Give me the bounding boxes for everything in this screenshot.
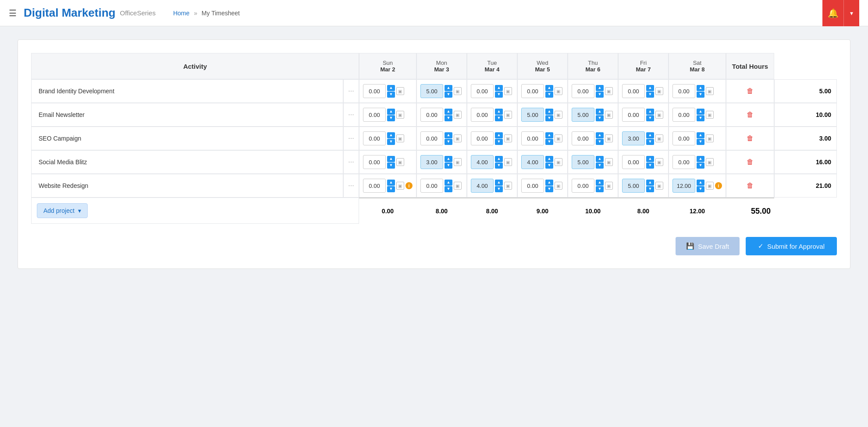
wed-spin-up[interactable]: ▲: [545, 132, 553, 138]
sun-input[interactable]: [363, 84, 386, 98]
tue-spin-down[interactable]: ▼: [495, 139, 503, 145]
fri-input[interactable]: [622, 179, 645, 193]
sat-note-icon[interactable]: ▣: [706, 111, 714, 119]
mon-spin-down[interactable]: ▼: [445, 186, 452, 192]
sun-spin-up[interactable]: ▲: [387, 180, 395, 186]
wed-input[interactable]: [521, 108, 544, 122]
thu-note-icon[interactable]: ▣: [605, 111, 613, 119]
thu-note-icon[interactable]: ▣: [605, 87, 613, 95]
tue-note-icon[interactable]: ▣: [504, 87, 512, 95]
sun-note-icon[interactable]: ▣: [396, 182, 404, 190]
tue-spin-up[interactable]: ▲: [495, 109, 503, 115]
mon-note-icon[interactable]: ▣: [454, 111, 462, 119]
wed-spin-up[interactable]: ▲: [545, 85, 553, 91]
delete-icon[interactable]: 🗑: [747, 182, 754, 189]
nav-home-link[interactable]: Home: [173, 10, 189, 17]
fri-spin-up[interactable]: ▲: [646, 180, 654, 186]
mon-note-icon[interactable]: ▣: [454, 182, 462, 190]
fri-note-icon[interactable]: ▣: [655, 182, 663, 190]
bell-button[interactable]: 🔔: [822, 0, 843, 26]
mon-note-icon[interactable]: ▣: [454, 87, 462, 95]
thu-spin-down[interactable]: ▼: [596, 139, 604, 145]
fri-spin-down[interactable]: ▼: [646, 139, 654, 145]
tue-spin-down[interactable]: ▼: [495, 115, 503, 121]
wed-spin-up[interactable]: ▲: [545, 109, 553, 115]
sun-input[interactable]: [363, 155, 386, 169]
mon-spin-up[interactable]: ▲: [445, 85, 452, 91]
sun-spin-up[interactable]: ▲: [387, 109, 395, 115]
sun-spin-down[interactable]: ▼: [387, 139, 395, 145]
sat-note-icon[interactable]: ▣: [706, 158, 714, 166]
thu-spin-up[interactable]: ▲: [596, 132, 604, 138]
tue-input[interactable]: [471, 131, 494, 145]
sat-spin-down[interactable]: ▼: [697, 92, 704, 98]
mon-spin-up[interactable]: ▲: [445, 156, 452, 162]
sun-note-icon[interactable]: ▣: [396, 111, 404, 119]
row-menu[interactable]: ···: [343, 150, 359, 174]
mon-input[interactable]: [420, 84, 443, 98]
fri-input[interactable]: [622, 131, 645, 145]
tue-spin-down[interactable]: ▼: [495, 92, 503, 98]
sun-spin-down[interactable]: ▼: [387, 92, 395, 98]
delete-icon[interactable]: 🗑: [747, 111, 754, 118]
sun-spin-up[interactable]: ▲: [387, 132, 395, 138]
fri-input[interactable]: [622, 108, 645, 122]
thu-spin-up[interactable]: ▲: [596, 180, 604, 186]
tue-spin-up[interactable]: ▲: [495, 180, 503, 186]
wed-spin-down[interactable]: ▼: [545, 139, 553, 145]
sat-input[interactable]: [672, 108, 695, 122]
fri-note-icon[interactable]: ▣: [655, 158, 663, 166]
add-project-button[interactable]: Add project ▾: [37, 203, 88, 218]
sat-spin-up[interactable]: ▲: [697, 156, 704, 162]
mon-note-icon[interactable]: ▣: [454, 158, 462, 166]
wed-spin-down[interactable]: ▼: [545, 115, 553, 121]
thu-input[interactable]: [572, 155, 594, 169]
wed-note-icon[interactable]: ▣: [555, 182, 562, 190]
wed-note-icon[interactable]: ▣: [555, 158, 562, 166]
sun-spin-down[interactable]: ▼: [387, 186, 395, 192]
sat-warning-icon[interactable]: i: [715, 182, 722, 189]
fri-spin-down[interactable]: ▼: [646, 115, 654, 121]
sat-spin-down[interactable]: ▼: [697, 139, 704, 145]
tue-input[interactable]: [471, 84, 494, 98]
delete-icon[interactable]: 🗑: [747, 158, 754, 166]
tue-spin-down[interactable]: ▼: [495, 162, 503, 169]
mon-input[interactable]: [420, 179, 443, 193]
sun-note-icon[interactable]: ▣: [396, 134, 404, 142]
row-menu[interactable]: ···: [343, 174, 359, 198]
mon-note-icon[interactable]: ▣: [454, 134, 462, 142]
sun-spin-up[interactable]: ▲: [387, 85, 395, 91]
mon-spin-up[interactable]: ▲: [445, 180, 452, 186]
fri-note-icon[interactable]: ▣: [655, 134, 663, 142]
sun-spin-up[interactable]: ▲: [387, 156, 395, 162]
sat-spin-up[interactable]: ▲: [697, 132, 704, 138]
thu-note-icon[interactable]: ▣: [605, 182, 613, 190]
mon-input[interactable]: [420, 131, 443, 145]
sat-spin-down[interactable]: ▼: [697, 115, 704, 121]
thu-input[interactable]: [572, 131, 594, 145]
wed-input[interactable]: [521, 131, 544, 145]
tue-input[interactable]: [471, 108, 494, 122]
delete-icon[interactable]: 🗑: [747, 134, 754, 142]
tue-input[interactable]: [471, 179, 494, 193]
row-menu[interactable]: ···: [343, 103, 359, 127]
fri-spin-up[interactable]: ▲: [646, 109, 654, 115]
mon-spin-down[interactable]: ▼: [445, 162, 452, 169]
thu-note-icon[interactable]: ▣: [605, 158, 613, 166]
thu-input[interactable]: [572, 108, 594, 122]
tue-spin-down[interactable]: ▼: [495, 186, 503, 192]
mon-spin-up[interactable]: ▲: [445, 109, 452, 115]
thu-spin-up[interactable]: ▲: [596, 156, 604, 162]
sun-input[interactable]: [363, 108, 386, 122]
thu-input[interactable]: [572, 179, 594, 193]
thu-spin-down[interactable]: ▼: [596, 186, 604, 192]
sat-note-icon[interactable]: ▣: [706, 134, 714, 142]
sun-input[interactable]: [363, 131, 386, 145]
wed-input[interactable]: [521, 155, 544, 169]
mon-input[interactable]: [420, 155, 443, 169]
fri-note-icon[interactable]: ▣: [655, 87, 663, 95]
wed-note-icon[interactable]: ▣: [555, 134, 562, 142]
mon-spin-down[interactable]: ▼: [445, 92, 452, 98]
sat-input[interactable]: [672, 131, 695, 145]
wed-spin-up[interactable]: ▲: [545, 156, 553, 162]
